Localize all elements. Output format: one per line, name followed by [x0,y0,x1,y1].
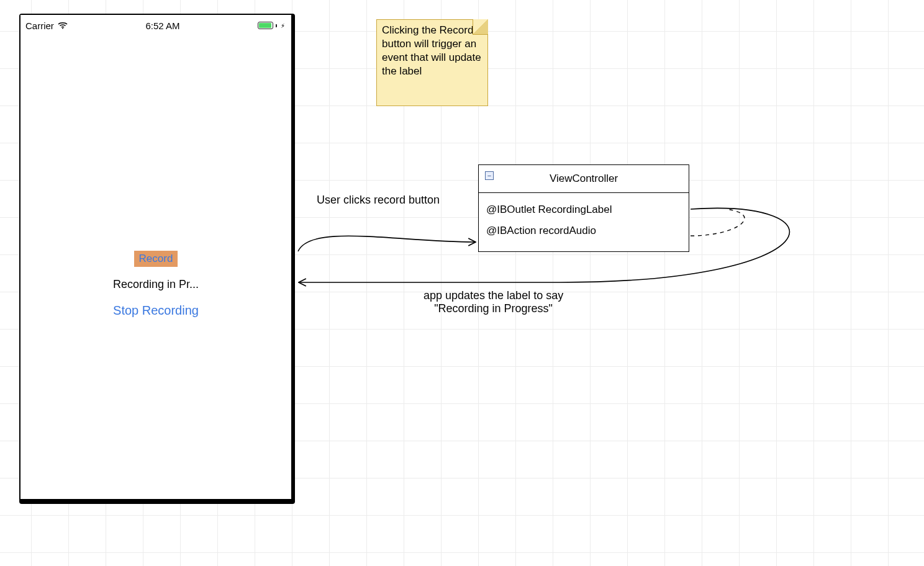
class-outlet: @IBOutlet RecordingLabel [486,199,681,220]
record-button[interactable]: Record [134,251,178,267]
carrier-label: Carrier [25,20,54,31]
stop-recording-button[interactable]: Stop Recording [113,303,199,318]
class-action: @IBAction recordAudio [486,220,681,241]
phone-content: Record Recording in Pr... Stop Recording [20,251,291,318]
iphone-simulator-frame: Carrier 6:52 AM ⚡︎ [19,14,295,504]
iphone-screen: Carrier 6:52 AM ⚡︎ [20,15,291,499]
class-box-viewcontroller[interactable]: − ViewController @IBOutlet RecordingLabe… [478,164,689,252]
label-app-updates: app updates the label to say "Recording … [424,289,563,315]
sticky-note[interactable]: Clicking the Record button will trigger … [376,19,488,106]
collapse-icon[interactable]: − [485,171,494,180]
battery-tip-icon [276,24,277,27]
recording-label: Recording in Pr... [20,278,291,291]
charging-icon: ⚡︎ [281,22,285,29]
battery-icon [258,22,273,29]
status-right: ⚡︎ [258,22,286,29]
status-time: 6:52 AM [68,20,258,31]
label-user-clicks: User clicks record button [317,194,440,207]
svg-point-0 [62,28,63,29]
wifi-icon [58,22,68,29]
class-header: − ViewController [479,165,689,193]
status-left: Carrier [25,20,68,31]
class-body: @IBOutlet RecordingLabel @IBAction recor… [479,193,689,251]
sticky-note-text: Clicking the Record button will trigger … [382,24,481,77]
status-bar: Carrier 6:52 AM ⚡︎ [20,15,291,34]
class-title: ViewController [550,173,618,184]
